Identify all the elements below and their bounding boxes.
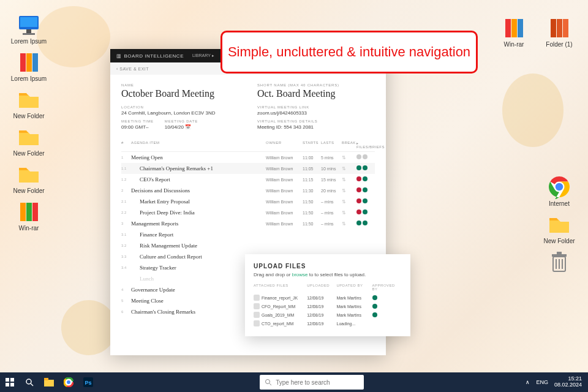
upload-row[interactable]: Goals_2019_MM12/08/19Mark Martins xyxy=(254,311,402,319)
check-icon xyxy=(372,295,377,300)
desktop-icon[interactable]: Win-rar xyxy=(7,199,50,232)
folder-icon xyxy=(17,162,41,186)
file-icon xyxy=(254,295,260,301)
icon-label: Win-rar xyxy=(19,225,39,232)
svg-rect-13 xyxy=(551,19,556,37)
icon-label: Folder (1) xyxy=(546,41,572,48)
meeting-name[interactable]: October Board Meeting xyxy=(121,88,239,99)
icon-label: New Folder xyxy=(543,238,575,244)
agenda-row[interactable]: 3Management ReportsWilliam Brown11:50– m… xyxy=(121,218,375,229)
svg-rect-4 xyxy=(20,53,26,72)
desktop-icon[interactable]: Folder (1) xyxy=(538,15,581,48)
desktop-icon[interactable]: New Folder xyxy=(7,124,50,157)
agenda-row[interactable]: 2Decisions and DiscussionsWilliam Brown1… xyxy=(121,185,375,196)
chrome-icon xyxy=(547,175,571,199)
svg-rect-32 xyxy=(44,378,48,380)
folder-icon xyxy=(17,87,41,111)
agenda-row[interactable]: 1.1Chairman's Opening Remarks +1William … xyxy=(121,163,375,174)
photoshop-icon[interactable]: Ps xyxy=(78,372,98,392)
search-icon[interactable] xyxy=(20,372,39,392)
svg-rect-2 xyxy=(26,29,31,33)
taskbar-search[interactable] xyxy=(260,375,364,390)
shortname-value[interactable]: Oct. Board Meeting xyxy=(257,88,375,99)
desktop-icons-left: Lorem IpsumLorem IpsumNew FolderNew Fold… xyxy=(7,12,50,232)
desktop-icon[interactable]: Internet xyxy=(538,175,581,207)
time-value[interactable]: 09:00 GMT– xyxy=(121,124,154,130)
upload-row[interactable]: Finance_report_JK12/08/19Mark Martins xyxy=(254,293,402,302)
monitor-icon xyxy=(17,12,41,37)
file-icon xyxy=(254,303,260,309)
desktop-icon[interactable]: New Folder xyxy=(7,162,50,194)
search-input[interactable] xyxy=(276,379,359,386)
folder-icon xyxy=(17,124,41,149)
vdetails-value[interactable]: Meeting ID: 554 343 2081 xyxy=(257,124,375,130)
nav-library[interactable]: LIBRARY ▸ xyxy=(192,53,214,58)
tray-clock[interactable]: 15:2108.02.2024 xyxy=(554,376,582,388)
callout-text: Simple, uncluttered & intuitive navigati… xyxy=(228,44,470,60)
vlink-label: VIRTUAL MEETING LINK xyxy=(257,105,375,109)
upload-row[interactable]: CTO_report_MM12/08/19Loading... xyxy=(254,319,402,328)
start-button[interactable] xyxy=(0,372,20,392)
svg-rect-10 xyxy=(505,19,511,37)
explorer-icon[interactable] xyxy=(39,372,59,392)
agenda-header: # AGENDA ITEM OWNER STARTS LASTS BREAK ▸… xyxy=(121,138,375,152)
agenda-row[interactable]: 1Meeting OpenWilliam Brown11:005 mins⇅ xyxy=(121,152,375,163)
file-icon xyxy=(254,312,260,318)
browse-link[interactable]: browse xyxy=(292,272,308,277)
location-value[interactable]: 24 Cornhill, Langbourn, London EC3V 3ND xyxy=(121,110,239,116)
file-icon xyxy=(254,320,260,326)
desktop-icon[interactable]: Win-rar xyxy=(492,15,535,48)
desktop-icon[interactable]: Lorem Ipsum xyxy=(7,50,50,82)
svg-rect-11 xyxy=(511,19,517,37)
taskbar: Ps ∧ ENG 15:2108.02.2024 xyxy=(0,372,588,392)
agenda-row[interactable]: 2.2Project Deep Dive: IndiaWilliam Brown… xyxy=(121,207,375,218)
icon-label: Win-rar xyxy=(504,41,524,48)
upload-row[interactable]: CFO_Report_MM12/08/19Mark Martins xyxy=(254,302,402,311)
icon-label: Lorem Ipsum xyxy=(11,75,47,82)
vlink-value[interactable]: zoom.us/j/8424605333 xyxy=(257,110,375,116)
tray-up-icon[interactable]: ∧ xyxy=(526,379,530,385)
desktop-icon[interactable] xyxy=(538,249,581,275)
chrome-icon[interactable] xyxy=(59,372,78,392)
date-label: MEETING DATE xyxy=(165,119,198,123)
svg-rect-28 xyxy=(10,383,14,386)
svg-point-29 xyxy=(26,379,31,384)
svg-rect-6 xyxy=(32,53,38,72)
svg-rect-25 xyxy=(6,378,9,382)
svg-rect-20 xyxy=(552,254,567,257)
desktop-icons-right: InternetNew Folder xyxy=(538,175,581,275)
agenda-row[interactable]: 3.2Risk Management Update xyxy=(121,240,375,251)
svg-rect-7 xyxy=(20,203,26,221)
svg-rect-8 xyxy=(26,203,32,221)
binders2-icon xyxy=(17,199,41,224)
svg-text:Ps: Ps xyxy=(85,380,91,386)
agenda-row[interactable]: 3.1Finance Report xyxy=(121,229,375,240)
save-exit-button[interactable]: ‹ SAVE & EXIT xyxy=(116,67,149,71)
binders-icon xyxy=(17,50,41,74)
desktop-icon[interactable]: New Folder xyxy=(538,212,581,244)
svg-rect-21 xyxy=(557,252,562,254)
desktop-icon[interactable]: Lorem Ipsum xyxy=(7,12,50,45)
icon-label: New Folder xyxy=(13,150,44,157)
upload-title: UPLOAD FILES xyxy=(254,263,402,270)
icon-label: Internet xyxy=(549,200,570,207)
desktop: Lorem IpsumLorem IpsumNew FolderNew Fold… xyxy=(0,0,588,392)
svg-line-41 xyxy=(270,383,271,385)
svg-rect-27 xyxy=(6,383,9,386)
vdetails-label: VIRTUAL MEETING DETAILS xyxy=(257,119,375,123)
icon-label: New Folder xyxy=(13,187,44,194)
tray-lang[interactable]: ENG xyxy=(536,379,548,385)
folder-icon xyxy=(547,212,571,236)
date-value[interactable]: 10/04/20 📅 xyxy=(165,124,198,130)
svg-rect-26 xyxy=(10,378,14,382)
name-label: NAME xyxy=(121,83,239,87)
svg-rect-5 xyxy=(26,53,32,72)
desktop-icon[interactable]: New Folder xyxy=(7,87,50,119)
svg-line-30 xyxy=(31,383,33,386)
agenda-row[interactable]: 2.1Market Entry ProposalWilliam Brown11:… xyxy=(121,196,375,207)
check-icon xyxy=(372,312,377,317)
agenda-row[interactable]: 1.2CEO's ReportWilliam Brown11:1515 mins… xyxy=(121,174,375,185)
shortname-label: SHORT NAME (MAX 40 CHARACTERS) xyxy=(257,83,375,87)
svg-rect-12 xyxy=(518,19,523,37)
upload-hint: Drag and drop or browse to to select fil… xyxy=(254,272,402,277)
